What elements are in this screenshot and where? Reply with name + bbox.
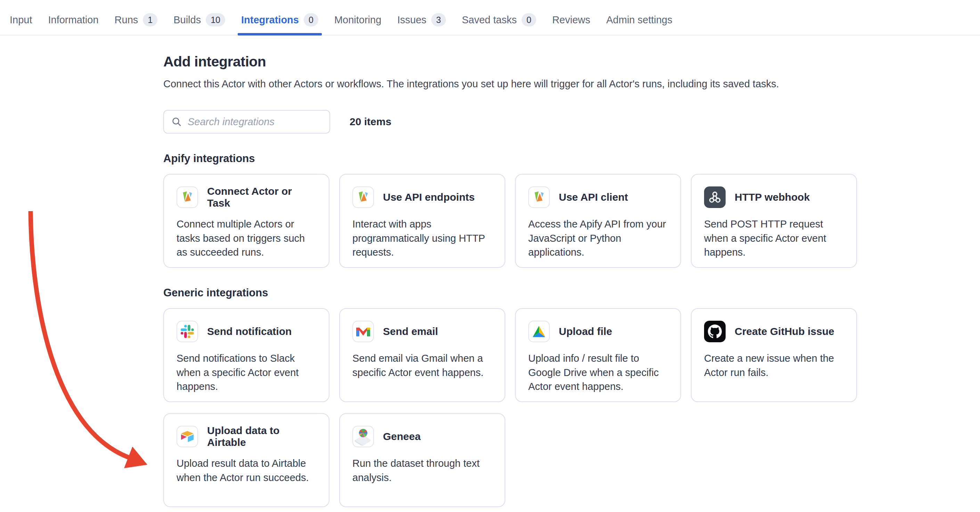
tab-input[interactable]: Input	[10, 5, 32, 35]
page-title: Add integration	[163, 54, 857, 70]
integration-card-title: Send email	[383, 325, 438, 337]
airtable-icon	[177, 426, 198, 447]
integration-card-title: Use API endpoints	[383, 191, 475, 203]
section-heading-apify: Apify integrations	[163, 152, 857, 165]
integration-card-send-notification[interactable]: Send notification Send notifications to …	[163, 308, 329, 402]
tab-integrations[interactable]: Integrations0	[241, 5, 318, 35]
integration-card-use-api-client[interactable]: Use API client Access the Apify API from…	[515, 174, 681, 268]
tab-label: Saved tasks	[462, 14, 517, 26]
integration-card-description: Upload result data to Airtable when the …	[177, 456, 316, 485]
tab-label: Issues	[397, 14, 426, 26]
search-icon	[171, 116, 182, 127]
geneea-icon	[352, 426, 374, 447]
tab-count-badge: 1	[143, 13, 158, 26]
actor-tab-bar: Input Information Runs1 Builds10 Integra…	[0, 0, 980, 35]
integration-card-description: Send POST HTTP request when a specific A…	[704, 217, 844, 260]
tab-label: Information	[48, 14, 99, 26]
tab-builds[interactable]: Builds10	[173, 5, 225, 35]
apify-integrations-grid: Connect Actor or Task Connect multiple A…	[163, 174, 857, 268]
tab-label: Input	[10, 14, 32, 26]
apify-logo-icon	[177, 187, 198, 208]
integration-card-title: Use API client	[559, 191, 628, 203]
search-input[interactable]	[188, 116, 323, 128]
tab-label: Admin settings	[606, 14, 673, 26]
tab-label: Monitoring	[334, 14, 381, 26]
search-row: 20 items	[163, 110, 857, 134]
integration-card-title: Geneea	[383, 431, 420, 442]
tab-label: Reviews	[552, 14, 590, 26]
tab-count-badge: 0	[304, 13, 318, 26]
integration-card-geneea[interactable]: Geneea Run the dataset through text anal…	[339, 413, 505, 507]
integration-card-description: Send email via Gmail when a specific Act…	[352, 351, 492, 380]
integration-card-title: HTTP webhook	[735, 191, 810, 203]
integration-card-send-email[interactable]: Send email Send email via Gmail when a s…	[339, 308, 505, 402]
tab-saved-tasks[interactable]: Saved tasks0	[462, 5, 536, 35]
gmail-icon	[352, 321, 374, 342]
tab-label: Integrations	[241, 14, 299, 26]
tab-runs[interactable]: Runs1	[115, 5, 158, 35]
integration-card-http-webhook[interactable]: HTTP webhook Send POST HTTP request when…	[691, 174, 857, 268]
google-drive-icon	[528, 321, 550, 342]
integration-card-title: Send notification	[207, 325, 291, 337]
apify-logo-icon	[528, 187, 550, 208]
items-count: 20 items	[350, 116, 391, 128]
slack-icon	[177, 321, 198, 342]
tab-information[interactable]: Information	[48, 5, 99, 35]
integration-card-connect-actor-or-task[interactable]: Connect Actor or Task Connect multiple A…	[163, 174, 329, 268]
section-heading-generic: Generic integrations	[163, 287, 857, 299]
integration-card-description: Upload info / result file to Google Driv…	[528, 351, 668, 394]
integrations-panel: Add integration Connect this Actor with …	[163, 54, 857, 507]
integration-card-upload-file[interactable]: Upload file Upload info / result file to…	[515, 308, 681, 402]
github-icon	[704, 321, 725, 342]
integration-card-description: Connect multiple Actors or tasks based o…	[177, 217, 316, 260]
integration-card-description: Interact with apps programmatically usin…	[352, 217, 492, 260]
generic-integrations-grid: Send notification Send notifications to …	[163, 308, 857, 507]
tab-label: Builds	[173, 14, 201, 26]
integration-card-title: Create GitHub issue	[735, 325, 834, 337]
webhook-icon	[704, 187, 725, 208]
integration-card-title: Upload data to Airtable	[207, 425, 316, 448]
integration-card-title: Upload file	[559, 325, 612, 337]
tab-monitoring[interactable]: Monitoring	[334, 5, 381, 35]
tab-label: Runs	[115, 14, 138, 26]
tab-admin-settings[interactable]: Admin settings	[606, 5, 673, 35]
tab-issues[interactable]: Issues3	[397, 5, 446, 35]
tab-reviews[interactable]: Reviews	[552, 5, 590, 35]
integration-card-use-api-endpoints[interactable]: Use API endpoints Interact with apps pro…	[339, 174, 505, 268]
integration-card-create-github-issue[interactable]: Create GitHub issue Create a new issue w…	[691, 308, 857, 402]
page-description: Connect this Actor with other Actors or …	[163, 78, 857, 90]
tab-count-badge: 3	[431, 13, 446, 26]
integration-card-upload-data-to-airtable[interactable]: Upload data to Airtable Upload result da…	[163, 413, 329, 507]
search-integrations-box[interactable]	[163, 110, 330, 134]
integration-card-description: Run the dataset through text analysis.	[352, 456, 492, 485]
tab-count-badge: 10	[206, 13, 225, 26]
integration-card-description: Access the Apify API from your JavaScrip…	[528, 217, 668, 260]
tab-count-badge: 0	[522, 13, 536, 26]
apify-logo-icon	[352, 187, 374, 208]
integration-card-title: Connect Actor or Task	[207, 185, 316, 209]
integration-card-description: Create a new issue when the Actor run fa…	[704, 351, 844, 380]
integration-card-description: Send notifications to Slack when a speci…	[177, 351, 316, 394]
